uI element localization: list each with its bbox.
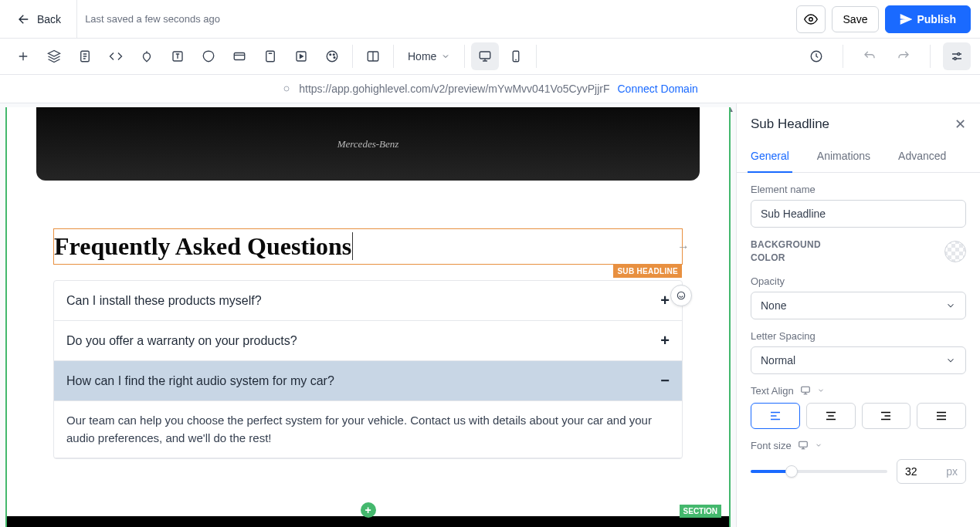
collapse-icon[interactable]: −: [660, 372, 670, 390]
letter-spacing-label: Letter Spacing: [751, 330, 966, 342]
redo-button[interactable]: [890, 42, 917, 70]
font-size-input[interactable]: 32 px: [897, 459, 966, 484]
popup-icon: [140, 49, 154, 63]
faq-question: Do you offer a warranty on your products…: [66, 334, 297, 348]
video-button[interactable]: [287, 42, 315, 70]
settings-button[interactable]: [943, 42, 971, 70]
topbar: Back Last saved a few seconds ago Save P…: [0, 0, 980, 39]
opacity-select[interactable]: None: [751, 292, 966, 319]
theme-button[interactable]: [318, 42, 346, 70]
page-selector[interactable]: Home: [400, 46, 458, 67]
tab-advanced[interactable]: Advanced: [895, 144, 949, 173]
svg-point-17: [677, 292, 684, 299]
tab-general[interactable]: General: [748, 144, 792, 173]
monitor-icon: [800, 385, 811, 396]
text-icon: [171, 49, 185, 63]
font-size-label: Font size: [751, 440, 792, 451]
close-panel-button[interactable]: ✕: [955, 116, 966, 133]
back-button[interactable]: Back: [9, 8, 69, 31]
slider-thumb[interactable]: [785, 465, 798, 478]
faq-item[interactable]: Can I install these products myself? +: [54, 281, 682, 321]
calculator-button[interactable]: [256, 42, 284, 70]
align-center-icon: [824, 409, 838, 423]
add-element-button[interactable]: [9, 42, 37, 70]
canvas[interactable]: Mercedes-Benz Frequently Asked Questions…: [5, 107, 731, 527]
ai-icon: [676, 290, 687, 301]
columns-icon: [366, 49, 380, 63]
headline-text[interactable]: Frequently Asked Questions: [54, 232, 353, 260]
divider: [76, 0, 77, 39]
svg-rect-19: [799, 441, 808, 447]
faq-accordion: Can I install these products myself? + D…: [53, 280, 683, 459]
popup-button[interactable]: [133, 42, 161, 70]
svg-rect-3: [234, 53, 245, 60]
layers-icon: [47, 49, 61, 63]
footer-section[interactable]: [7, 516, 729, 527]
letter-spacing-select[interactable]: Normal: [751, 346, 966, 374]
toolbar: Home: [0, 39, 980, 75]
layers-button[interactable]: [40, 42, 68, 70]
element-name-input[interactable]: [751, 200, 966, 228]
shape-button[interactable]: [195, 42, 222, 70]
align-center-button[interactable]: [806, 403, 856, 429]
connect-domain-link[interactable]: Connect Domain: [618, 83, 698, 95]
faq-item[interactable]: How can I find the right audio system fo…: [54, 361, 682, 401]
text-button[interactable]: [164, 42, 192, 70]
page-button[interactable]: [71, 42, 99, 70]
palette-icon: [325, 49, 339, 63]
mobile-icon: [509, 49, 523, 63]
svg-rect-11: [480, 52, 491, 59]
save-button[interactable]: Save: [832, 6, 880, 32]
resize-handle[interactable]: →: [677, 240, 690, 254]
font-size-slider[interactable]: [751, 470, 887, 473]
desktop-view-button[interactable]: [471, 42, 499, 70]
align-right-button[interactable]: [862, 403, 911, 429]
faq-item[interactable]: Do you offer a warranty on your products…: [54, 321, 682, 361]
add-section-button[interactable]: +: [361, 502, 376, 518]
file-icon: [78, 49, 92, 63]
tab-animations[interactable]: Animations: [814, 144, 873, 173]
faq-answer: Our team can help you choose the perfect…: [54, 401, 682, 458]
columns-button[interactable]: [359, 42, 387, 70]
element-type-tag: SUB HEADLINE: [613, 265, 682, 278]
expand-icon[interactable]: +: [660, 292, 670, 309]
align-left-button[interactable]: [751, 403, 800, 429]
svg-point-7: [330, 54, 331, 56]
svg-point-9: [334, 57, 335, 59]
canvas-wrapper: ▲ Mercedes-Benz Frequently Asked Questio…: [0, 103, 736, 527]
chevron-down-icon: [815, 441, 822, 449]
url-bar: https://app.gohighlevel.com/v2/preview/m…: [0, 75, 980, 103]
align-left-icon: [768, 409, 782, 423]
ai-assist-button[interactable]: [670, 285, 692, 306]
align-justify-button[interactable]: [917, 403, 966, 429]
mobile-view-button[interactable]: [502, 42, 530, 70]
code-button[interactable]: [102, 42, 130, 70]
publish-button[interactable]: Publish: [885, 5, 971, 33]
panel-title: Sub Headline: [751, 117, 829, 132]
redo-icon: [897, 49, 910, 63]
preview-button[interactable]: [796, 5, 826, 33]
text-align-label: Text Align: [751, 385, 794, 397]
svg-point-16: [284, 86, 289, 91]
plus-icon: [16, 49, 30, 63]
history-button[interactable]: [802, 42, 830, 70]
card-button[interactable]: [226, 42, 253, 70]
chevron-down-icon: [945, 355, 956, 366]
blob-icon: [202, 49, 215, 63]
expand-icon[interactable]: +: [660, 332, 670, 350]
hero-image[interactable]: Mercedes-Benz: [36, 107, 700, 181]
undo-icon: [863, 49, 877, 63]
back-label: Back: [37, 13, 61, 25]
chevron-down-icon: [945, 300, 956, 311]
align-justify-icon: [934, 409, 948, 423]
calc-icon: [263, 49, 277, 63]
subheadline-element[interactable]: Frequently Asked Questions → SUB HEADLIN…: [53, 228, 683, 265]
faq-question: Can I install these products myself?: [66, 294, 262, 308]
undo-button[interactable]: [856, 42, 883, 70]
preview-url: https://app.gohighlevel.com/v2/preview/m…: [299, 83, 609, 95]
svg-point-0: [809, 17, 812, 21]
svg-point-15: [954, 58, 956, 60]
clock-icon: [809, 49, 823, 63]
opacity-label: Opacity: [751, 275, 966, 287]
bg-color-swatch[interactable]: [944, 241, 966, 262]
